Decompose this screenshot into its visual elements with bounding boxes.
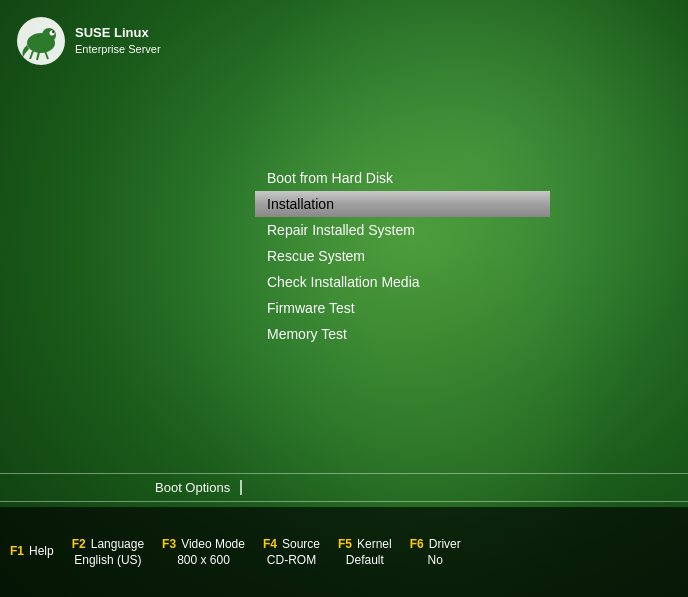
product-name: Enterprise Server: [75, 42, 161, 57]
f5-label: Kernel: [357, 537, 392, 551]
fkey-f6[interactable]: F6 Driver No: [410, 537, 461, 567]
f6-value: No: [428, 553, 443, 567]
boot-options-label: Boot Options: [155, 480, 242, 495]
f2-label: Language: [91, 537, 144, 551]
function-keys-bar: F1 Help F2 Language English (US) F3 Vide…: [0, 507, 688, 597]
f1-key: F1: [10, 544, 24, 558]
f4-label: Source: [282, 537, 320, 551]
f3-value: 800 x 600: [177, 553, 230, 567]
menu-item-boot-hard-disk[interactable]: Boot from Hard Disk: [255, 165, 550, 191]
main-content: SUSE Linux Enterprise Server Boot from H…: [0, 0, 688, 597]
f5-value: Default: [346, 553, 384, 567]
f3-label: Video Mode: [181, 537, 245, 551]
menu-item-firmware-test[interactable]: Firmware Test: [255, 295, 550, 321]
brand-name: SUSE Linux: [75, 24, 161, 42]
fkey-f2[interactable]: F2 Language English (US): [72, 537, 144, 567]
menu-item-memory-test[interactable]: Memory Test: [255, 321, 550, 347]
menu-item-repair-installed[interactable]: Repair Installed System: [255, 217, 550, 243]
f1-label: Help: [29, 544, 54, 558]
f2-value: English (US): [74, 553, 141, 567]
menu-item-installation[interactable]: Installation: [255, 191, 550, 217]
f6-key: F6: [410, 537, 424, 551]
menu-item-rescue-system[interactable]: Rescue System: [255, 243, 550, 269]
svg-point-2: [42, 28, 56, 42]
logo-text: SUSE Linux Enterprise Server: [75, 24, 161, 58]
boot-options-input[interactable]: [242, 480, 688, 495]
suse-logo-icon: [15, 15, 67, 67]
fkey-f4[interactable]: F4 Source CD-ROM: [263, 537, 320, 567]
boot-options-bar: Boot Options: [0, 473, 688, 502]
fkey-f1[interactable]: F1 Help: [10, 544, 54, 560]
f5-key: F5: [338, 537, 352, 551]
svg-point-8: [52, 32, 53, 33]
f6-label: Driver: [429, 537, 461, 551]
f4-value: CD-ROM: [267, 553, 316, 567]
fkey-f5[interactable]: F5 Kernel Default: [338, 537, 392, 567]
f4-key: F4: [263, 537, 277, 551]
f2-key: F2: [72, 537, 86, 551]
f3-key: F3: [162, 537, 176, 551]
boot-menu: Boot from Hard Disk Installation Repair …: [255, 165, 550, 347]
menu-item-check-media[interactable]: Check Installation Media: [255, 269, 550, 295]
fkey-f3[interactable]: F3 Video Mode 800 x 600: [162, 537, 245, 567]
logo-area: SUSE Linux Enterprise Server: [15, 15, 161, 67]
